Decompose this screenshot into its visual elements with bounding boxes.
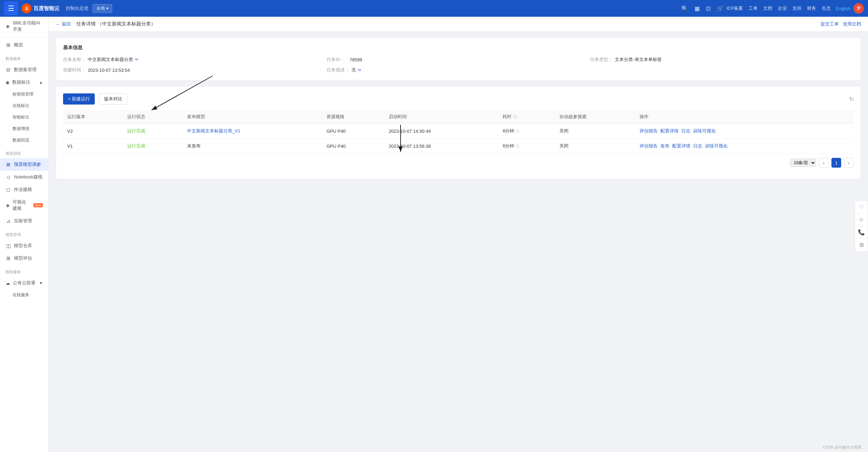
sidebar-item-pretrained[interactable]: ⊠ 预置模型调参 [0, 158, 48, 171]
page-1-button[interactable]: 1 [831, 158, 841, 168]
task-desc-row: 任务描述： 无 ✏ [327, 67, 590, 73]
content-area: 基本信息 任务名称： 中文新闻文本标题分类 ✏ 任务ID： 78599 任务类型… [49, 32, 868, 190]
sidebar-online-service-text: 在线服务 [13, 292, 29, 298]
nav-support[interactable]: 支持 [792, 5, 801, 12]
sidebar-item-experiment[interactable]: ⊿ 实验管理 [0, 215, 48, 227]
float-help-icon[interactable]: ☺ [855, 214, 868, 226]
action-link[interactable]: 配置详情 [660, 128, 679, 134]
brand-name: 百度智能云 [33, 5, 60, 12]
search-icon[interactable]: 🔍 [681, 5, 688, 12]
language-toggle[interactable]: English [836, 6, 851, 11]
cell-model: 未发布 [183, 139, 323, 154]
page-size-select[interactable]: 10条/页 20条/页 50条/页 [790, 159, 816, 167]
cell-auto-search: 关闭 [555, 124, 636, 139]
chevron-down-icon: ▼ [39, 281, 43, 285]
cell-version: V2 [63, 124, 123, 139]
sidebar-item-dataset[interactable]: ⊟ 数据集管理 [0, 63, 48, 76]
version-compare-button[interactable]: 版本对比 [99, 93, 127, 105]
col-duration: 耗时 ⓘ [498, 110, 555, 124]
task-desc-value: 无 [351, 67, 356, 73]
action-link[interactable]: 日志 [681, 128, 690, 134]
cell-version: V1 [63, 139, 123, 154]
nav-enterprise[interactable]: 企业 [778, 5, 787, 12]
sidebar-item-data-backflow[interactable]: 数据回流 [0, 135, 48, 146]
bml-icon: ◈ [6, 23, 10, 29]
table-toolbar: + 新建运行 版本对比 ↻ [63, 93, 854, 105]
task-type-row: 任务类型： 文本分类-单文本单标签 [590, 56, 854, 63]
basic-info-title: 基本信息 [63, 45, 854, 51]
action-link[interactable]: 评估报告 [640, 128, 658, 134]
sidebar-item-data-augmentation[interactable]: 数据增强 [0, 123, 48, 135]
user-avatar[interactable]: 梦 [853, 3, 864, 14]
refresh-icon[interactable]: ↻ [849, 96, 854, 102]
sidebar-item-bml[interactable]: ◈ BML全功能AI开发 [0, 17, 48, 36]
task-desc-edit-icon[interactable]: ✏ [358, 68, 362, 72]
col-actions: 操作 [635, 110, 854, 124]
task-id-label: 任务ID： [327, 56, 348, 63]
menu-button[interactable]: ☰ [4, 1, 18, 15]
runs-table-card: + 新建运行 版本对比 ↻ 运行版本 运行状态 发布模型 资源规格 启动时间 耗… [56, 86, 861, 179]
sidebar-item-visual-build[interactable]: ◈ 可视化建模 Beta [0, 196, 48, 215]
sidebar-item-online-annotation[interactable]: 在线标注 [0, 100, 48, 112]
control-panel-label[interactable]: 控制台总览 [66, 5, 88, 12]
submit-ticket-link[interactable]: 提交工单 [821, 21, 839, 27]
action-link[interactable]: 训练可视化 [705, 143, 728, 149]
menu-icon: ☰ [8, 4, 14, 13]
use-docs-link[interactable]: 使用文档 [843, 21, 861, 27]
action-link[interactable]: 训练可视化 [693, 128, 716, 134]
nav-ecosystem[interactable]: 生态 [822, 5, 831, 12]
top-navigation: ☰ 云 百度智能云 控制台总览 全局 ▾ 🔍 ▦ ⊡ 🛒 ICP备案 工单 文档… [0, 0, 868, 17]
col-model: 发布模型 [183, 110, 323, 124]
sidebar-item-job-build[interactable]: ◻ 作业建模 [0, 183, 48, 196]
action-link[interactable]: 配置详情 [672, 143, 690, 149]
cart-icon[interactable]: 🛒 [717, 5, 724, 12]
sidebar-warehouse-label: 模型仓库 [14, 243, 32, 249]
task-id-value: 78599 [350, 57, 362, 62]
nav-icp[interactable]: ICP备案 [727, 5, 743, 12]
float-contact-icon[interactable]: 📞 [855, 226, 868, 239]
float-grid-icon[interactable]: ⊞ [855, 239, 868, 251]
table-row: V1运行完成未发布GPU P402023-10-07 13:56:386分钟 ⓘ… [63, 139, 854, 154]
float-favorite-icon[interactable]: ♡ [855, 201, 868, 214]
sidebar-experiment-label: 实验管理 [14, 218, 32, 224]
sidebar-item-notebook[interactable]: ◇ Notebook建模 [0, 171, 48, 183]
sidebar-pretrained-label: 预置模型调参 [14, 161, 41, 168]
sidebar-group-annotation[interactable]: ◉ 数据标注 ▲ [0, 76, 48, 89]
sidebar-item-overview[interactable]: ⊞ 概览 [0, 39, 48, 51]
action-link[interactable]: 日志 [693, 143, 702, 149]
sidebar-item-label-group[interactable]: 标签组管理 [0, 89, 48, 100]
nav-finance[interactable]: 财务 [807, 5, 816, 12]
task-name-label: 任务名称： [63, 56, 86, 63]
sidebar-label-group-text: 标签组管理 [13, 91, 33, 97]
cell-start-time: 2023-10-07 13:56:38 [385, 139, 498, 154]
prev-page-button[interactable]: ‹ [819, 158, 829, 168]
page-size-selector[interactable]: 10条/页 20条/页 50条/页 [790, 159, 816, 167]
footer-watermark: CSDN @与她冷冷搜索... [822, 445, 865, 450]
action-link[interactable]: 评估报告 [640, 143, 658, 149]
model-management-header: 模型管理 [0, 227, 48, 239]
sidebar-item-model-evaluation[interactable]: ⊞ 模型评估 [0, 252, 48, 265]
next-page-button[interactable]: › [844, 158, 854, 168]
sidebar-item-model-warehouse[interactable]: ◫ 模型仓库 [0, 239, 48, 252]
model-service-header: 模型服务 [0, 265, 48, 277]
cell-status: 运行完成 [123, 124, 183, 139]
region-selector[interactable]: 全局 ▾ [93, 4, 112, 13]
table-header: 运行版本 运行状态 发布模型 资源规格 启动时间 耗时 ⓘ 自动超参搜索 操作 [63, 110, 854, 124]
sidebar-data-augmentation-text: 数据增强 [13, 126, 29, 132]
action-link[interactable]: 发布 [660, 143, 669, 149]
sidebar-item-online-service[interactable]: 在线服务 [0, 289, 48, 301]
monitor-icon[interactable]: ⊡ [706, 5, 711, 12]
task-type-label: 任务类型： [590, 56, 613, 63]
task-name-edit-icon[interactable]: ✏ [135, 57, 139, 62]
region-label: 全局 [96, 6, 105, 12]
experiment-icon: ⊿ [6, 218, 11, 224]
back-button[interactable]: ← 返回 [56, 21, 71, 27]
pagination: 10条/页 20条/页 50条/页 ‹ 1 › [63, 154, 854, 172]
nav-ticket[interactable]: 工单 [749, 5, 758, 12]
grid-icon[interactable]: ▦ [695, 5, 700, 12]
nav-docs[interactable]: 文档 [763, 5, 772, 12]
sidebar-group-public-cloud[interactable]: ☁ 公有云部署 ▼ [0, 277, 48, 289]
new-run-button[interactable]: + 新建运行 [63, 93, 95, 105]
sidebar-evaluation-label: 模型评估 [14, 255, 32, 261]
sidebar-item-smart-annotation[interactable]: 智能标注 [0, 112, 48, 123]
